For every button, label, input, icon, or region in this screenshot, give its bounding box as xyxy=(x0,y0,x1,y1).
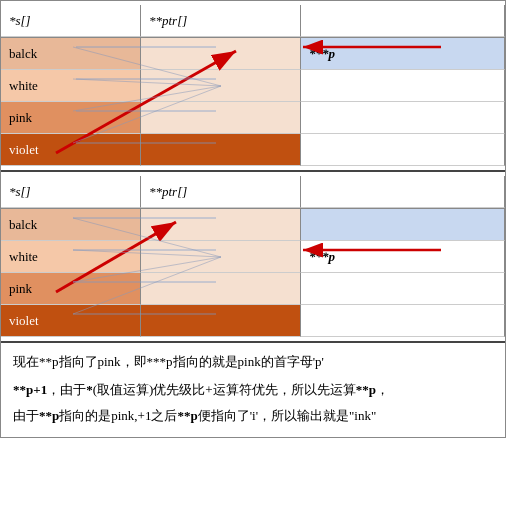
explanation-line1-text: 现在**p指向了pink，即***p指向的就是pink的首字母'p' xyxy=(13,354,324,369)
table1-header-extra xyxy=(301,5,505,37)
table1-cell-extra-white xyxy=(301,70,505,102)
table2-cell-s-balck: balck xyxy=(1,209,141,241)
table2-cell-extra-violet xyxy=(301,305,505,337)
table2-cell-extra-white: ***p xyxy=(301,241,505,273)
table1-s-label: *s[] xyxy=(9,13,31,29)
table2-white-extra-label: ***p xyxy=(309,249,335,265)
table2-s-label: *s[] xyxy=(9,184,31,200)
bold-part-3: **p xyxy=(356,382,376,397)
table1-cell-ptr-balck xyxy=(141,38,301,70)
table1-cell-s-balck: balck xyxy=(1,38,141,70)
explanation-line2: **p+1，由于*(取值运算)优先级比+运算符优先，所以先运算**p， xyxy=(13,379,493,401)
table2-row-balck: balck xyxy=(1,209,505,241)
table2-cell-ptr-white xyxy=(141,241,301,273)
table1-pink-label: pink xyxy=(9,110,32,126)
table1-header: *s[] **ptr[] xyxy=(1,5,505,38)
table2-cell-s-white: white xyxy=(1,241,141,273)
table1-row-white: white xyxy=(1,70,505,102)
table2-white-label: white xyxy=(9,249,38,265)
bold-part-5: **p xyxy=(177,408,197,423)
explanation-line3-text: 由于**p指向的是pink,+1之后**p便指向了'i'，所以输出就是"ink" xyxy=(13,408,376,423)
main-container: *s[] **ptr[] balck ***p white xyxy=(0,0,506,438)
table1-cell-s-white: white xyxy=(1,70,141,102)
table2-violet-label: violet xyxy=(9,313,39,329)
table2-cell-s-violet: violet xyxy=(1,305,141,337)
table1-balck-label: balck xyxy=(9,46,37,62)
bold-part-2: * xyxy=(86,382,93,397)
table1-header-s: *s[] xyxy=(1,5,141,37)
explanation-line2-text: **p+1，由于*(取值运算)优先级比+运算符优先，所以先运算**p， xyxy=(13,382,389,397)
table1-cell-extra-violet xyxy=(301,134,505,166)
table1-cell-ptr-pink xyxy=(141,102,301,134)
table1-header-ptr: **ptr[] xyxy=(141,5,301,37)
table2-section: *s[] **ptr[] balck white ***p xyxy=(1,172,505,343)
table1-cell-s-violet: violet xyxy=(1,134,141,166)
bold-part-1: **p+1 xyxy=(13,382,47,397)
table1-white-label: white xyxy=(9,78,38,94)
table1-cell-s-pink: pink xyxy=(1,102,141,134)
table2-header-s: *s[] xyxy=(1,176,141,208)
table2-row-violet: violet xyxy=(1,305,505,337)
table1-cell-ptr-white xyxy=(141,70,301,102)
table1-cell-extra-balck: ***p xyxy=(301,38,505,70)
table2-balck-label: balck xyxy=(9,217,37,233)
table1-row-violet: violet xyxy=(1,134,505,166)
table1-section: *s[] **ptr[] balck ***p white xyxy=(1,1,505,172)
explanation-line1: 现在**p指向了pink，即***p指向的就是pink的首字母'p' xyxy=(13,351,493,373)
table2-cell-extra-balck xyxy=(301,209,505,241)
table2-cell-ptr-balck xyxy=(141,209,301,241)
table1-balck-extra-label: ***p xyxy=(309,46,335,62)
table1-row-balck: balck ***p xyxy=(1,38,505,70)
table1-ptr-label: **ptr[] xyxy=(149,13,187,29)
table1-violet-label: violet xyxy=(9,142,39,158)
table2-row-white: white ***p xyxy=(1,241,505,273)
table2-row-pink: pink xyxy=(1,273,505,305)
table2-cell-ptr-pink xyxy=(141,273,301,305)
table2-cell-ptr-violet xyxy=(141,305,301,337)
bold-part-4: **p xyxy=(39,408,59,423)
table2-header-extra xyxy=(301,176,505,208)
table2-pink-label: pink xyxy=(9,281,32,297)
explanation-area: 现在**p指向了pink，即***p指向的就是pink的首字母'p' **p+1… xyxy=(1,343,505,437)
explanation-line3: 由于**p指向的是pink,+1之后**p便指向了'i'，所以输出就是"ink" xyxy=(13,405,493,427)
table2-header: *s[] **ptr[] xyxy=(1,176,505,209)
table2-ptr-label: **ptr[] xyxy=(149,184,187,200)
table1-cell-ptr-violet xyxy=(141,134,301,166)
table2-cell-extra-pink xyxy=(301,273,505,305)
table2-cell-s-pink: pink xyxy=(1,273,141,305)
table1-cell-extra-pink xyxy=(301,102,505,134)
table2-header-ptr: **ptr[] xyxy=(141,176,301,208)
table1-row-pink: pink xyxy=(1,102,505,134)
